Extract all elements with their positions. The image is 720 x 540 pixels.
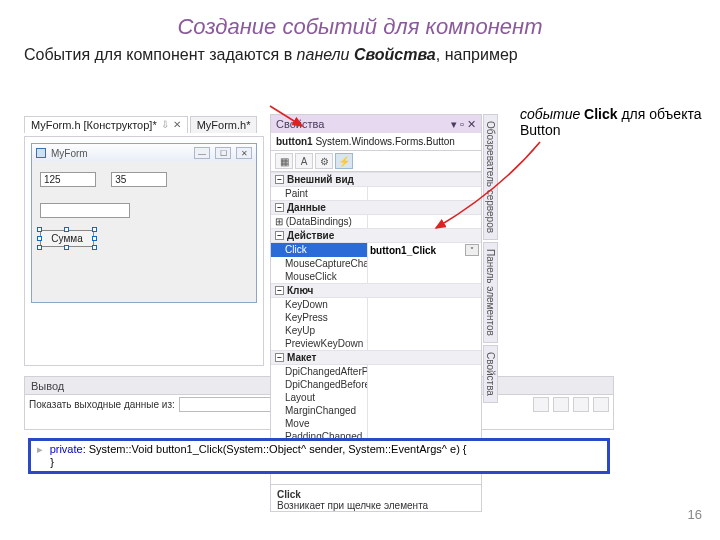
properties-button[interactable]: ⚙	[315, 153, 333, 169]
form-title: MyForm	[51, 148, 88, 159]
form-icon	[36, 148, 46, 158]
panel-dropdown-icon[interactable]: ▾	[451, 118, 457, 131]
form-window[interactable]: MyForm — ☐ ✕ 125 35 Сумма	[31, 143, 257, 303]
properties-tab[interactable]: Свойства	[483, 345, 498, 403]
panel-pin-icon[interactable]: ▫	[460, 118, 464, 130]
tab-code[interactable]: MyForm.h*	[190, 116, 258, 133]
server-explorer-tab[interactable]: Обозреватель серверов	[483, 114, 498, 240]
maximize-button[interactable]: ☐	[215, 147, 231, 159]
sort-alpha-button[interactable]: A	[295, 153, 313, 169]
textbox-2[interactable]: 35	[111, 172, 167, 187]
tab-designer[interactable]: MyForm.h [Конструктор]* ⇩ ✕	[24, 116, 188, 133]
property-description: Click Возникает при щелчке элемента упра…	[271, 484, 481, 512]
slide-title: Создание событий для компонент	[0, 0, 720, 46]
dropdown-arrow-icon[interactable]: ˅	[465, 244, 479, 256]
button-sum[interactable]: Сумма	[40, 230, 94, 247]
textbox-3[interactable]	[40, 203, 130, 218]
events-button[interactable]: ⚡	[335, 153, 353, 169]
form-surface[interactable]: 125 35 Сумма	[32, 162, 256, 302]
page-number: 16	[688, 507, 702, 522]
intro-text: События для компонент задаются в панели …	[0, 46, 720, 64]
selected-object[interactable]: button1 System.Windows.Forms.Button	[271, 133, 481, 151]
output-source-label: Показать выходные данные из:	[29, 399, 175, 410]
properties-title: Свойства ▾ ▫ ✕	[271, 115, 481, 133]
toolbox-tab[interactable]: Панель элементов	[483, 242, 498, 343]
form-designer: MyForm — ☐ ✕ 125 35 Сумма	[24, 136, 264, 366]
minimize-button[interactable]: —	[194, 147, 210, 159]
properties-toolbar: ▦ A ⚙ ⚡	[271, 151, 481, 172]
textbox-1[interactable]: 125	[40, 172, 96, 187]
output-icon-3[interactable]	[573, 397, 589, 412]
output-icon-1[interactable]	[533, 397, 549, 412]
output-icon-2[interactable]	[553, 397, 569, 412]
close-icon[interactable]: ✕	[173, 119, 181, 130]
click-event-row[interactable]: Click button1_Click˅	[271, 243, 481, 257]
form-titlebar: MyForm — ☐ ✕	[32, 144, 256, 162]
sort-categorized-button[interactable]: ▦	[275, 153, 293, 169]
pin-icon[interactable]: ⇩	[161, 119, 169, 130]
code-snippet: ▸ private: System::Void button1_Click(Sy…	[28, 438, 610, 474]
output-icon-4[interactable]	[593, 397, 609, 412]
close-button[interactable]: ✕	[236, 147, 252, 159]
panel-close-icon[interactable]: ✕	[467, 118, 476, 131]
